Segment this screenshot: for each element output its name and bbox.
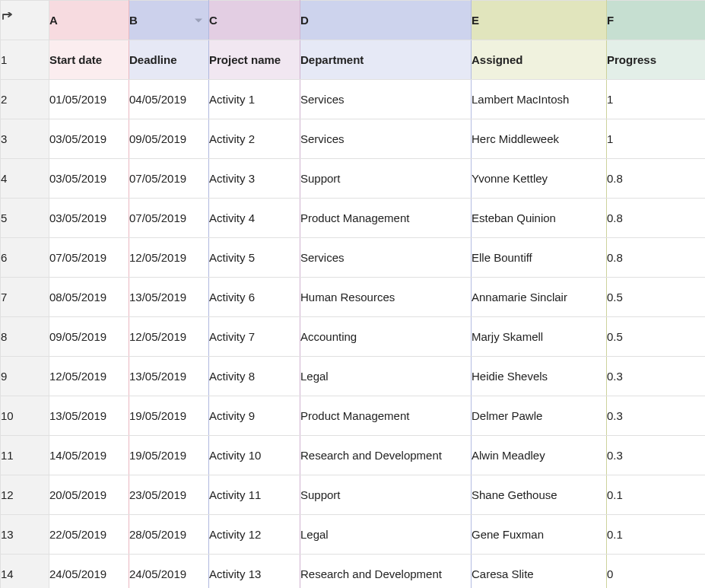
column-header-D[interactable]: D bbox=[300, 1, 472, 40]
row-header[interactable]: 12 bbox=[1, 475, 49, 515]
row-header[interactable]: 3 bbox=[1, 119, 49, 159]
cell[interactable]: Services bbox=[300, 80, 472, 119]
cell[interactable]: Services bbox=[300, 238, 472, 278]
row-header[interactable]: 11 bbox=[1, 436, 49, 475]
cell[interactable]: Shane Gethouse bbox=[472, 475, 607, 515]
cell[interactable]: Alwin Meadley bbox=[472, 436, 607, 475]
cell[interactable]: Esteban Quinion bbox=[472, 199, 607, 238]
cell[interactable]: 07/05/2019 bbox=[49, 238, 129, 278]
cell[interactable]: Product Management bbox=[300, 396, 472, 436]
row-header[interactable]: 6 bbox=[1, 238, 49, 278]
cell[interactable]: Activity 5 bbox=[209, 238, 300, 278]
cell[interactable]: Delmer Pawle bbox=[472, 396, 607, 436]
cell[interactable]: 04/05/2019 bbox=[129, 80, 209, 119]
cell[interactable]: Legal bbox=[300, 357, 472, 396]
cell[interactable]: 08/05/2019 bbox=[49, 278, 129, 317]
cell[interactable]: Activity 4 bbox=[209, 199, 300, 238]
cell[interactable]: Elle Bountiff bbox=[472, 238, 607, 278]
column-header-F[interactable]: F bbox=[607, 1, 706, 40]
cell[interactable]: Activity 12 bbox=[209, 515, 300, 555]
cell[interactable]: 12/05/2019 bbox=[129, 317, 209, 357]
cell[interactable]: Yvonne Kettley bbox=[472, 159, 607, 199]
row-header[interactable]: 4 bbox=[1, 159, 49, 199]
cell[interactable]: Activity 9 bbox=[209, 396, 300, 436]
cell-B1[interactable]: Deadline bbox=[129, 40, 209, 80]
cell[interactable]: Caresa Slite bbox=[472, 555, 607, 589]
cell[interactable]: 03/05/2019 bbox=[49, 119, 129, 159]
row-header[interactable]: 2 bbox=[1, 80, 49, 119]
cell[interactable]: Services bbox=[300, 119, 472, 159]
cell[interactable]: 0 bbox=[607, 555, 706, 589]
cell[interactable]: 0.3 bbox=[607, 396, 706, 436]
cell[interactable]: 09/05/2019 bbox=[49, 317, 129, 357]
row-header[interactable]: 10 bbox=[1, 396, 49, 436]
cell[interactable]: 12/05/2019 bbox=[49, 357, 129, 396]
cell-F1[interactable]: Progress bbox=[607, 40, 706, 80]
row-header[interactable]: 5 bbox=[1, 199, 49, 238]
cell[interactable]: Activity 7 bbox=[209, 317, 300, 357]
cell[interactable]: 0.5 bbox=[607, 278, 706, 317]
cell[interactable]: 1 bbox=[607, 119, 706, 159]
row-header[interactable]: 8 bbox=[1, 317, 49, 357]
cell[interactable]: 0.8 bbox=[607, 159, 706, 199]
cell[interactable]: 07/05/2019 bbox=[129, 199, 209, 238]
column-header-B[interactable]: B bbox=[129, 1, 209, 40]
column-header-C[interactable]: C bbox=[209, 1, 300, 40]
cell[interactable]: Support bbox=[300, 475, 472, 515]
cell[interactable]: 0.3 bbox=[607, 436, 706, 475]
cell[interactable]: 07/05/2019 bbox=[129, 159, 209, 199]
cell[interactable]: 0.8 bbox=[607, 199, 706, 238]
cell[interactable]: Heidie Shevels bbox=[472, 357, 607, 396]
cell[interactable]: 23/05/2019 bbox=[129, 475, 209, 515]
cell[interactable]: Lambert MacIntosh bbox=[472, 80, 607, 119]
cell[interactable]: 19/05/2019 bbox=[129, 436, 209, 475]
spreadsheet-grid[interactable]: A B C D E F 1 Start date Deadline Projec… bbox=[0, 0, 705, 588]
cell[interactable]: 03/05/2019 bbox=[49, 159, 129, 199]
cell[interactable]: Activity 2 bbox=[209, 119, 300, 159]
row-header-1[interactable]: 1 bbox=[1, 40, 49, 80]
cell[interactable]: 01/05/2019 bbox=[49, 80, 129, 119]
cell[interactable]: 28/05/2019 bbox=[129, 515, 209, 555]
cell[interactable]: 24/05/2019 bbox=[49, 555, 129, 589]
cell[interactable]: Activity 8 bbox=[209, 357, 300, 396]
cell[interactable]: 22/05/2019 bbox=[49, 515, 129, 555]
cell[interactable]: 0.8 bbox=[607, 238, 706, 278]
cell-D1[interactable]: Department bbox=[300, 40, 472, 80]
row-header[interactable]: 9 bbox=[1, 357, 49, 396]
cell[interactable]: Research and Development bbox=[300, 436, 472, 475]
cell[interactable]: 13/05/2019 bbox=[129, 357, 209, 396]
cell[interactable]: Herc Middleweek bbox=[472, 119, 607, 159]
cell[interactable]: 13/05/2019 bbox=[49, 396, 129, 436]
cell[interactable]: Activity 11 bbox=[209, 475, 300, 515]
select-all-corner[interactable] bbox=[1, 1, 49, 40]
cell[interactable]: 20/05/2019 bbox=[49, 475, 129, 515]
cell[interactable]: Human Resources bbox=[300, 278, 472, 317]
cell[interactable]: Marjy Skamell bbox=[472, 317, 607, 357]
cell[interactable]: Gene Fuxman bbox=[472, 515, 607, 555]
cell[interactable]: 09/05/2019 bbox=[129, 119, 209, 159]
cell[interactable]: Activity 13 bbox=[209, 555, 300, 589]
cell[interactable]: 14/05/2019 bbox=[49, 436, 129, 475]
column-header-E[interactable]: E bbox=[472, 1, 607, 40]
cell[interactable]: Annamarie Sinclair bbox=[472, 278, 607, 317]
cell[interactable]: Activity 6 bbox=[209, 278, 300, 317]
cell[interactable]: 13/05/2019 bbox=[129, 278, 209, 317]
cell[interactable]: 0.3 bbox=[607, 357, 706, 396]
row-header[interactable]: 7 bbox=[1, 278, 49, 317]
filter-dropdown-icon[interactable] bbox=[195, 18, 202, 22]
cell[interactable]: 12/05/2019 bbox=[129, 238, 209, 278]
row-header[interactable]: 13 bbox=[1, 515, 49, 555]
row-header[interactable]: 14 bbox=[1, 555, 49, 589]
cell[interactable]: 1 bbox=[607, 80, 706, 119]
cell[interactable]: Support bbox=[300, 159, 472, 199]
cell[interactable]: 0.1 bbox=[607, 475, 706, 515]
cell[interactable]: Activity 10 bbox=[209, 436, 300, 475]
cell[interactable]: Activity 3 bbox=[209, 159, 300, 199]
cell[interactable]: 24/05/2019 bbox=[129, 555, 209, 589]
cell[interactable]: Research and Development bbox=[300, 555, 472, 589]
cell-A1[interactable]: Start date bbox=[49, 40, 129, 80]
column-header-A[interactable]: A bbox=[49, 1, 129, 40]
cell[interactable]: Product Management bbox=[300, 199, 472, 238]
cell-E1[interactable]: Assigned bbox=[472, 40, 607, 80]
cell[interactable]: 0.1 bbox=[607, 515, 706, 555]
